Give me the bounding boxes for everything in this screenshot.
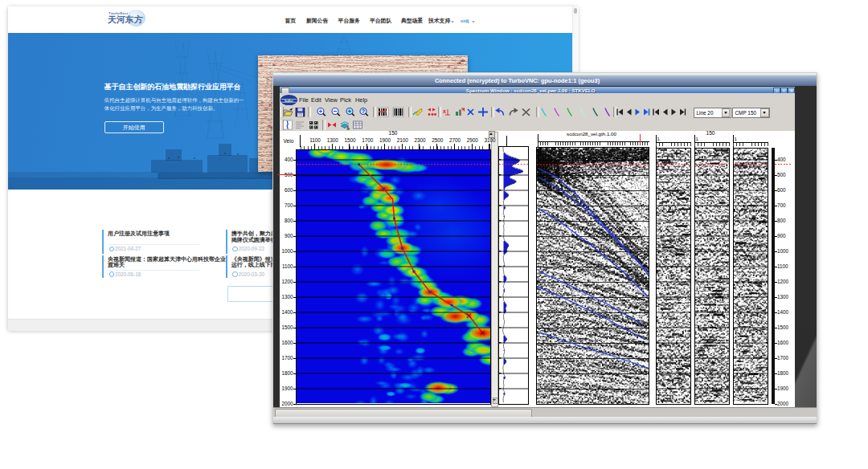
svg-text:GeoEast: GeoEast <box>285 100 293 103</box>
svg-text:x: x <box>443 108 446 114</box>
svg-text:?: ? <box>362 108 365 114</box>
